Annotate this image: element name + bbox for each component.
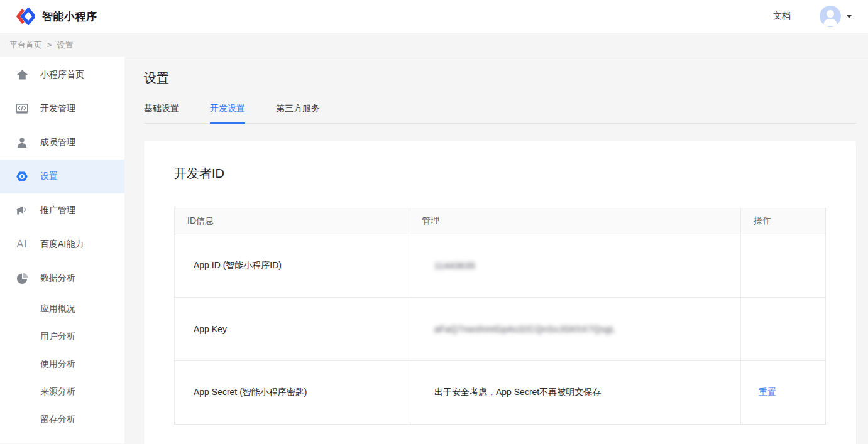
reset-secret-link[interactable]: 重置 [759, 387, 776, 397]
settings-tabs: 基础设置 开发设置 第三方服务 [144, 103, 856, 124]
sidebar-item-dev[interactable]: 开发管理 [0, 92, 124, 126]
tab-third-party[interactable]: 第三方服务 [276, 103, 320, 124]
card-heading: 开发者ID [144, 141, 856, 182]
sidebar-subitem-source-analysis[interactable]: 来源分析 [0, 378, 124, 406]
table-row-app-key: App Key aFaQ7nwshmtGpAs32CQnSxJGKhX7QsgL [175, 298, 826, 361]
sidebar-item-analytics[interactable]: 数据分析 [0, 261, 124, 295]
sidebar-item-settings[interactable]: 设置 [0, 160, 124, 193]
sidebar-item-ai[interactable]: AI 百度AI能力 [0, 227, 124, 261]
column-header-manage: 管理 [409, 208, 740, 234]
table-row-app-id: App ID (智能小程序ID) 11443635 [175, 234, 826, 298]
settings-icon [16, 170, 28, 183]
breadcrumb-home[interactable]: 平台首页 [9, 40, 42, 51]
avatar-caret-icon[interactable] [847, 15, 852, 18]
sidebar-subitem-label: 用户分析 [40, 331, 75, 342]
pie-chart-icon [16, 272, 28, 284]
breadcrumb-current: 设置 [57, 40, 74, 51]
sidebar-item-promotion[interactable]: 推广管理 [0, 193, 124, 227]
sidebar-subitem-retention-analysis[interactable]: 留存分析 [0, 406, 124, 433]
docs-link[interactable]: 文档 [773, 11, 791, 22]
sidebar-item-members[interactable]: 成员管理 [0, 126, 124, 160]
app-secret-label: App Secret (智能小程序密匙) [175, 361, 409, 425]
sidebar-subitem-user-analysis[interactable]: 用户分析 [0, 323, 124, 350]
brand-logo-icon [16, 8, 35, 25]
sidebar-item-label: 百度AI能力 [40, 239, 84, 250]
brand-title: 智能小程序 [42, 9, 97, 24]
app-key-label: App Key [175, 298, 409, 361]
breadcrumb: 平台首页 > 设置 [0, 33, 868, 57]
code-icon [16, 102, 28, 115]
sidebar-subitem-label: 使用分析 [40, 359, 75, 370]
page-title: 设置 [144, 70, 856, 87]
app-key-action-cell [741, 298, 826, 361]
sidebar: 小程序首页 开发管理 成员管理 [0, 57, 124, 443]
app-id-label: App ID (智能小程序ID) [175, 234, 409, 298]
developer-id-table: ID信息 管理 操作 App ID (智能小程序ID) 11443635 App… [174, 208, 826, 425]
sidebar-item-label: 推广管理 [40, 205, 75, 216]
tab-basic-settings[interactable]: 基础设置 [144, 103, 179, 124]
sidebar-subitem-label: 应用概况 [40, 303, 75, 315]
main-content: 设置 基础设置 开发设置 第三方服务 开发者ID ID信息 管理 操作 [124, 57, 868, 443]
app-secret-note: 出于安全考虑，App Secret不再被明文保存 [409, 361, 740, 425]
sidebar-item-label: 开发管理 [40, 103, 75, 114]
sidebar-subitem-app-overview[interactable]: 应用概况 [0, 295, 124, 323]
sidebar-item-label: 数据分析 [40, 273, 75, 284]
top-header: 智能小程序 文档 [0, 0, 868, 33]
tab-dev-settings[interactable]: 开发设置 [210, 103, 245, 124]
sidebar-subitem-label: 来源分析 [40, 386, 75, 398]
sidebar-item-label: 成员管理 [40, 137, 75, 148]
sidebar-item-label: 设置 [40, 171, 58, 182]
sidebar-subitem-label: 留存分析 [40, 414, 75, 425]
avatar[interactable] [820, 6, 841, 27]
breadcrumb-separator: > [47, 40, 52, 50]
home-icon [16, 68, 28, 81]
sidebar-item-home[interactable]: 小程序首页 [0, 58, 124, 92]
app-key-value: aFaQ7nwshmtGpAs32CQnSxJGKhX7QsgL [434, 324, 615, 334]
developer-id-card: 开发者ID ID信息 管理 操作 App ID (智能小程序ID) 114436… [144, 141, 856, 444]
table-header-row: ID信息 管理 操作 [175, 208, 826, 234]
column-header-action: 操作 [741, 208, 826, 234]
column-header-id-info: ID信息 [175, 208, 409, 234]
sidebar-subitem-usage-analysis[interactable]: 使用分析 [0, 350, 124, 378]
ai-icon: AI [16, 238, 28, 251]
table-row-app-secret: App Secret (智能小程序密匙) 出于安全考虑，App Secret不再… [175, 361, 826, 425]
sidebar-item-label: 小程序首页 [40, 69, 84, 80]
member-icon [16, 136, 28, 149]
app-id-action-cell [741, 234, 826, 298]
brand[interactable]: 智能小程序 [16, 8, 97, 25]
app-id-value: 11443635 [434, 261, 475, 271]
megaphone-icon [16, 204, 28, 217]
